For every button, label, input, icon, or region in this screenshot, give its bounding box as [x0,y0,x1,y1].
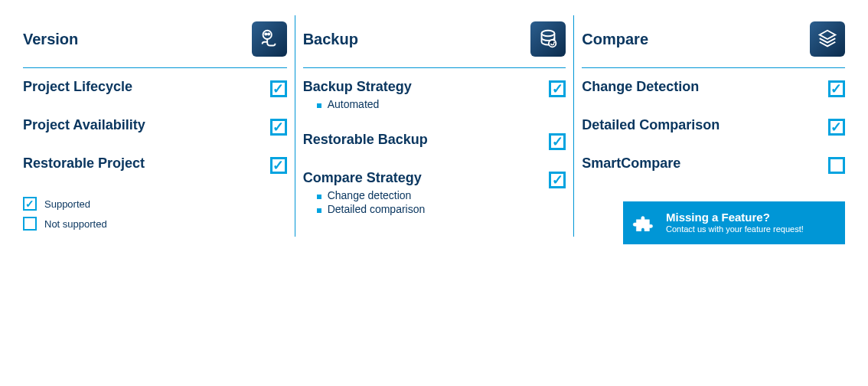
legend-label: Not supported [44,218,107,230]
checkbox-unsupported [828,157,845,174]
checkbox-supported [549,172,566,188]
feature-row: Project Availability [23,117,287,136]
feature-label: Change Detection [582,79,821,95]
column-title: Compare [582,31,648,48]
feature-sub-item: Change detection [317,189,542,201]
feature-label: Compare Strategy [303,170,542,186]
feature-table: Version Project Lifecycle Project Availa… [15,15,853,237]
column-header: Backup [303,15,566,68]
feature-row: Project Lifecycle [23,79,287,97]
column-header: Compare [582,15,845,68]
feature-label: Restorable Backup [303,132,542,148]
checkbox-supported [270,157,287,174]
cta-text: Missing a Feature? Contact us with your … [666,211,804,234]
cta-missing-feature[interactable]: Missing a Feature? Contact us with your … [623,201,845,244]
checkbox-supported [270,119,287,136]
database-icon [530,21,566,57]
legend-supported: Supported [23,197,287,211]
checkbox-supported [549,133,566,150]
checkbox-supported [828,80,845,97]
svg-point-3 [542,31,555,37]
feature-row: Detailed Comparison [582,117,845,136]
feature-row: Restorable Backup [303,132,566,150]
legend-not-supported: Not supported [23,217,287,231]
legend-checkbox-unchecked [23,217,37,231]
feature-sub-item: Detailed comparison [317,203,542,215]
feature-row: SmartCompare [582,155,845,174]
column-backup: Backup Backup Strategy Automated [295,15,574,237]
puzzle-icon [631,209,658,237]
feature-row: Compare Strategy Change detection Detail… [303,170,566,217]
legend: Supported Not supported [23,197,287,231]
svg-point-1 [265,33,266,34]
svg-point-4 [549,40,556,47]
feature-label: Backup Strategy [303,79,542,95]
legend-label: Supported [44,198,90,210]
feature-sub-item: Automated [317,98,542,110]
legend-checkbox-checked [23,197,37,211]
checkbox-supported [828,119,845,136]
checkbox-supported [270,80,287,97]
feature-label: SmartCompare [582,155,821,172]
feature-label: Project Availability [23,117,263,133]
column-title: Backup [303,31,358,48]
feature-row: Backup Strategy Automated [303,79,566,112]
column-version: Version Project Lifecycle Project Availa… [15,15,295,237]
cta-title: Missing a Feature? [666,211,804,224]
svg-point-0 [263,31,271,39]
svg-point-2 [268,33,269,34]
layers-icon [810,21,845,57]
feature-row: Restorable Project [23,155,287,174]
column-title: Version [23,31,78,48]
feature-row: Change Detection [582,79,845,97]
feature-label: Detailed Comparison [582,117,821,133]
cta-sub: Contact us with your feature request! [666,224,804,234]
checkbox-supported [549,80,566,97]
column-header: Version [23,15,287,68]
feature-label: Project Lifecycle [23,79,263,95]
robot-icon [252,21,287,57]
column-compare: Compare Change Detection Detailed Compar… [573,15,853,237]
feature-label: Restorable Project [23,155,263,172]
